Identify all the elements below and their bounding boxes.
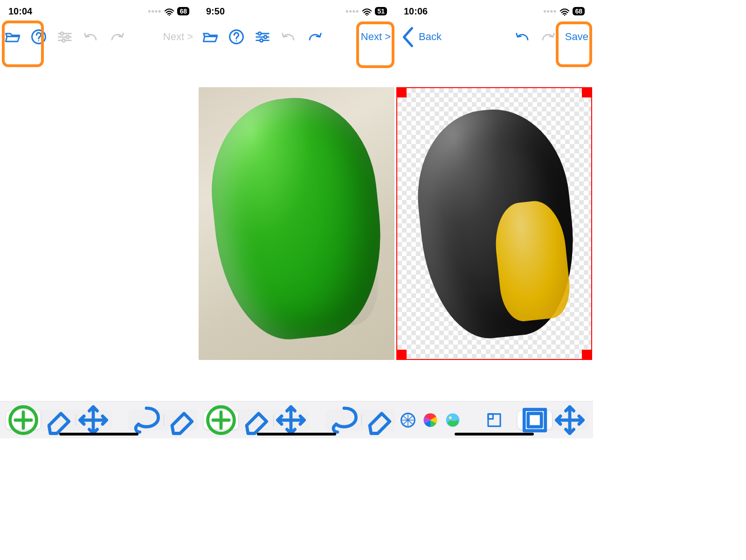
svg-point-18 (449, 416, 452, 419)
svg-rect-20 (488, 414, 493, 418)
tool-segment-left (5, 409, 112, 431)
back-chevron-icon[interactable] (400, 29, 416, 45)
eraser-tool[interactable] (41, 411, 76, 429)
next-button[interactable]: Next > (361, 31, 391, 43)
svg-point-12 (260, 39, 262, 41)
undo-button[interactable] (83, 29, 99, 45)
redo-button[interactable] (307, 29, 323, 45)
crop-handle-tl[interactable] (397, 88, 407, 97)
svg-point-3 (61, 32, 63, 35)
cutout-subject[interactable] (409, 103, 583, 345)
svg-point-9 (236, 40, 237, 41)
svg-point-2 (38, 40, 39, 41)
lasso-tool[interactable] (327, 411, 361, 429)
back-button[interactable]: Back (419, 31, 442, 43)
svg-point-11 (264, 35, 267, 38)
screen-1: 10:04 •••• 68 (0, 0, 198, 438)
crop-handle-br[interactable] (582, 350, 591, 359)
canvas-photo[interactable] (198, 87, 395, 362)
home-indicator (257, 433, 336, 436)
color-wheel-button[interactable] (422, 412, 438, 428)
status-bar: 10:06 •••• 68 (395, 0, 593, 22)
wifi-icon (362, 7, 372, 15)
top-toolbar: Back Save (395, 22, 593, 51)
canvas-result[interactable] (395, 87, 593, 362)
tool-segment-right (325, 409, 395, 431)
add-tool[interactable] (6, 411, 41, 429)
eraser-tool[interactable] (239, 411, 273, 429)
wifi-icon (164, 7, 174, 15)
settings-sliders-button[interactable] (57, 29, 73, 45)
help-button[interactable] (31, 29, 47, 45)
svg-point-4 (66, 35, 69, 38)
bottom-toolbar (395, 401, 593, 438)
eraser2-tool[interactable] (164, 411, 198, 429)
open-folder-button[interactable] (5, 29, 21, 45)
redo-button[interactable] (109, 29, 125, 45)
redo-button[interactable] (540, 29, 556, 45)
cellular-dots-icon: •••• (543, 7, 557, 16)
cellular-dots-icon: •••• (148, 7, 161, 16)
bottom-toolbar (0, 401, 198, 438)
tool-segment-right (128, 409, 198, 431)
top-toolbar: Next > (0, 22, 198, 51)
status-time: 9:50 (206, 6, 225, 17)
status-time: 10:06 (404, 6, 428, 17)
image-bg-button[interactable] (445, 412, 461, 428)
battery-indicator: 68 (177, 7, 189, 15)
svg-point-0 (169, 14, 170, 16)
tool-segment-left (202, 409, 310, 431)
next-button[interactable]: Next > (163, 31, 193, 43)
move-tool[interactable] (76, 411, 111, 429)
undo-button[interactable] (515, 29, 531, 45)
transparent-canvas[interactable] (396, 87, 592, 360)
svg-point-5 (62, 39, 65, 41)
wifi-icon (560, 7, 570, 15)
svg-point-10 (258, 32, 261, 35)
open-folder-button[interactable] (202, 29, 218, 45)
source-photo[interactable] (199, 87, 394, 360)
svg-point-7 (366, 14, 368, 16)
move-tool[interactable] (553, 411, 587, 429)
help-button[interactable] (228, 29, 244, 45)
crop-handle-bl[interactable] (397, 350, 407, 359)
screen-2: 9:50 •••• 51 (198, 0, 395, 438)
add-tool[interactable] (204, 411, 238, 429)
crop-tool[interactable] (518, 411, 552, 429)
canvas-size-button[interactable] (486, 412, 502, 428)
transparency-bg-button[interactable] (400, 412, 416, 428)
move-tool[interactable] (274, 411, 308, 429)
photo-subject-overlay (273, 175, 382, 332)
cellular-dots-icon: •••• (345, 7, 359, 16)
save-button[interactable]: Save (565, 31, 588, 43)
status-time: 10:04 (8, 6, 32, 17)
status-bar: 10:04 •••• 68 (0, 0, 198, 22)
svg-point-14 (564, 14, 566, 16)
tool-segment-right (516, 409, 588, 431)
top-toolbar: Next > (198, 22, 395, 51)
settings-sliders-button[interactable] (255, 29, 270, 45)
bottom-toolbar (198, 401, 395, 438)
eraser2-tool[interactable] (362, 411, 395, 429)
home-indicator (455, 433, 534, 436)
canvas-blank[interactable] (0, 87, 198, 362)
home-indicator (59, 433, 138, 436)
svg-rect-22 (528, 413, 541, 426)
undo-button[interactable] (281, 29, 297, 45)
crop-handle-tr[interactable] (582, 88, 591, 97)
screen-3: 10:06 •••• 68 Back (395, 0, 593, 438)
lasso-tool[interactable] (129, 411, 164, 429)
status-bar: 9:50 •••• 51 (198, 0, 395, 22)
battery-indicator: 68 (573, 7, 585, 15)
battery-indicator: 51 (375, 7, 387, 15)
svg-rect-19 (488, 414, 500, 426)
